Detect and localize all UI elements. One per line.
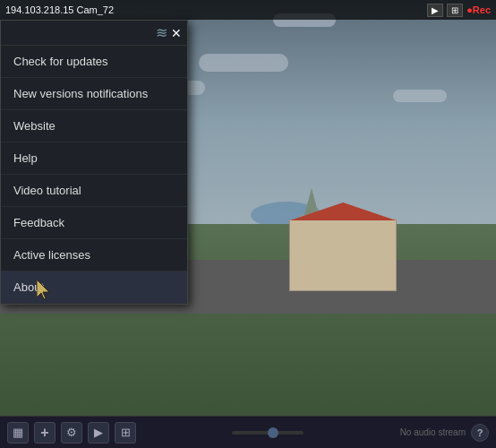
top-bar: 194.103.218.15 Cam_72 ▶ ⊞ ●Rec — [0, 0, 496, 20]
settings-button[interactable]: ⚙ — [61, 422, 82, 444]
no-audio-label: No audio stream — [400, 427, 466, 437]
menu-header: ≋ ✕ — [1, 21, 187, 46]
menu-item-new-versions-notifications[interactable]: New versions notifications — [1, 78, 187, 110]
grid-view-button[interactable]: ▦ — [7, 422, 29, 444]
menu-item-about[interactable]: About — [1, 271, 187, 304]
play-icon: ▶ — [94, 426, 103, 439]
camera-title: 194.103.218.15 Cam_72 — [5, 4, 114, 15]
rec-badge: ●Rec — [466, 4, 491, 15]
building — [289, 220, 397, 291]
layout-button[interactable]: ⊞ — [447, 4, 463, 17]
menu-item-video-tutorial[interactable]: Video tutorial — [1, 175, 187, 207]
play-button[interactable]: ▶ — [88, 422, 109, 444]
menu-item-website[interactable]: Website — [1, 110, 187, 142]
toolbar-right: No audio stream ? — [400, 424, 489, 442]
grid-icon: ▦ — [13, 426, 23, 439]
cloud — [199, 54, 288, 72]
toolbar-left: ▦ + ⚙ ▶ ⊞ — [7, 422, 136, 444]
church-steeple — [304, 188, 319, 215]
menu-item-active-licenses[interactable]: Active licenses — [1, 239, 187, 271]
menu-item-feedback[interactable]: Feedback — [1, 207, 187, 239]
dropdown-menu: ≋ ✕ Check for updates New versions notif… — [0, 20, 188, 305]
fullscreen-button[interactable]: ▶ — [427, 4, 443, 17]
help-button[interactable]: ? — [471, 424, 489, 442]
menu-item-check-for-updates[interactable]: Check for updates — [1, 46, 187, 78]
add-button[interactable]: + — [34, 422, 56, 444]
menu-item-help[interactable]: Help — [1, 142, 187, 175]
layout-icon: ⊞ — [121, 426, 131, 439]
toolbar-center — [232, 431, 304, 435]
menu-close-button[interactable]: ✕ — [171, 27, 182, 39]
cloud — [393, 90, 447, 102]
settings-icon: ⚙ — [66, 426, 77, 439]
top-bar-controls: ▶ ⊞ ●Rec — [427, 4, 491, 17]
progress-indicator — [268, 427, 278, 438]
menu-stack-icon: ≋ — [156, 24, 167, 41]
add-icon: + — [40, 425, 48, 441]
bottom-toolbar: ▦ + ⚙ ▶ ⊞ No audio stream ? — [0, 416, 496, 448]
question-icon: ? — [477, 427, 483, 438]
progress-bar[interactable] — [232, 431, 304, 435]
layout-toolbar-button[interactable]: ⊞ — [115, 422, 136, 444]
